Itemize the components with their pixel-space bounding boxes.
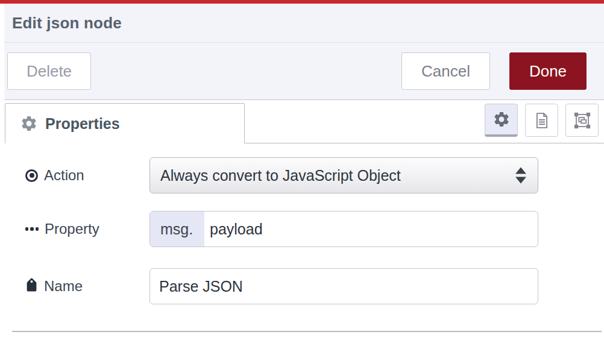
done-button[interactable]: Done	[509, 52, 587, 90]
icon-button-description[interactable]	[525, 104, 558, 137]
icon-button-appearance[interactable]	[565, 104, 599, 137]
name-input[interactable]	[149, 268, 538, 304]
gear-icon	[492, 110, 511, 128]
action-label-text: Action	[44, 167, 84, 184]
action-label: Action	[4, 167, 149, 184]
tray-header: Edit json node	[4, 4, 604, 43]
icon-button-properties[interactable]	[485, 104, 518, 137]
name-label-text: Name	[44, 278, 83, 295]
properties-form: Action Always convert to JavaScript Obje…	[4, 143, 604, 332]
property-row: Property msg.	[4, 211, 604, 247]
gear-icon	[20, 115, 38, 133]
property-value-input[interactable]	[204, 212, 538, 246]
property-label: Property	[4, 221, 149, 237]
property-label-text: Property	[45, 221, 99, 237]
appearance-icon	[573, 111, 591, 130]
tray-toolbar: Delete Cancel Done	[4, 43, 604, 100]
description-icon	[533, 111, 551, 130]
property-input: msg.	[149, 211, 538, 247]
cancel-button[interactable]: Cancel	[401, 52, 490, 90]
delete-button[interactable]: Delete	[7, 52, 91, 90]
name-row: Name	[4, 268, 604, 304]
action-row: Action Always convert to JavaScript Obje…	[4, 157, 604, 193]
tab-properties-label: Properties	[45, 115, 120, 133]
tag-icon	[25, 280, 38, 293]
dialog-title: Edit json node	[12, 14, 122, 33]
msg-prefix-selector[interactable]: msg.	[150, 212, 204, 246]
tab-properties[interactable]: Properties	[5, 103, 245, 143]
editor-tab-bar: Properties	[4, 100, 604, 143]
name-label: Name	[4, 278, 149, 295]
ellipsis-icon	[25, 227, 39, 231]
action-select-value: Always convert to JavaScript Object	[160, 167, 401, 184]
form-divider	[12, 331, 602, 332]
edit-node-tray: Edit json node Delete Cancel Done Proper…	[4, 4, 604, 332]
select-arrows-icon	[515, 168, 526, 184]
dot-circle-icon	[25, 169, 38, 182]
action-select[interactable]: Always convert to JavaScript Object	[149, 157, 538, 193]
tab-icon-buttons	[485, 104, 599, 137]
